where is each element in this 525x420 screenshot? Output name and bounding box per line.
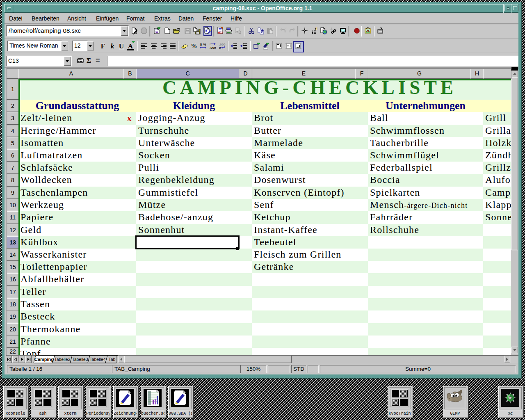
svg-text:0: 0	[219, 46, 221, 50]
svg-text:0: 0	[210, 43, 211, 46]
svg-text:$: $	[200, 43, 202, 46]
svg-text:Tabelle3: Tabelle3	[72, 357, 88, 362]
svg-text:%: %	[203, 43, 206, 46]
svg-text:Camping: Camping	[34, 357, 54, 362]
svg-text:Tab: Tab	[109, 357, 116, 362]
svg-text:%: %	[191, 43, 197, 49]
svg-text:Tabelle2: Tabelle2	[54, 357, 70, 362]
svg-text:.000: .000	[210, 46, 216, 50]
svg-text:Tabelle4: Tabelle4	[89, 357, 105, 362]
